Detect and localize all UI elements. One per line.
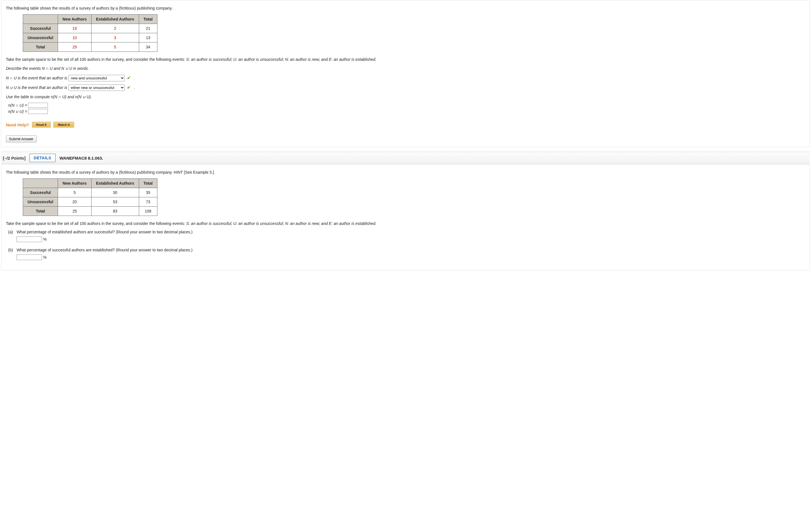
table-header-blank [23,179,58,188]
sample-space-text: Take the sample space to be the set of a… [6,220,805,226]
cell: 21 [139,24,157,33]
eq-row-1: n(N ∩ U) = [8,103,805,108]
check-icon: ✔ [127,85,131,90]
table-header: Established Authors [91,179,139,188]
table-row: New Authors Established Authors Total [23,179,157,188]
eq-row-2: n(N ∪ U) = [8,109,805,114]
cell: 20 [58,197,92,207]
input-part-a[interactable] [17,236,42,242]
cell: 108 [139,207,157,216]
input-n-union-u[interactable] [28,109,48,114]
table-header: Total [139,15,157,24]
row-header: Total [23,207,58,216]
points-label: [–/2 Points] [1,156,26,160]
sample-space-text: Take the sample space to be the set of a… [6,56,805,62]
select-n-int-u[interactable]: new and unsuccessful [68,75,125,81]
event-u: U: an author is unsuccessful; [233,57,285,62]
details-button[interactable]: DETAILS [30,154,56,162]
table-header: New Authors [58,15,92,24]
answer-line-b: % [17,254,805,260]
event-e: E: an author is established. [329,57,377,62]
cell: 29 [58,43,92,52]
cell: 5 [58,188,92,197]
part-a-text: What percentage of established authors a… [17,230,193,234]
eq-label: n(N ∩ U) = [8,103,27,108]
cell: 10 [58,33,92,43]
text: N ∪ U is the event that an author is [6,85,68,90]
row-header: Unsuccessful [23,33,58,43]
cell: 5 [91,43,139,52]
row-header: Successful [23,24,58,33]
cell: 34 [139,43,157,52]
answer-line-a: % [17,236,805,242]
text: N ∩ U is the event that an author is [6,76,68,80]
q2-data-table: New Authors Established Authors Total Su… [23,178,157,216]
event-s: S: an author is successful; [186,221,233,226]
question-2: The following table shows the results of… [1,164,810,270]
row-header: Unsuccessful [23,197,58,207]
event-e: E: an author is established. [329,221,377,226]
describe-prompt: Describe the events N ∩ U and N ∪ U in w… [6,65,805,72]
question-2-header: [–/2 Points] DETAILS WANEFMAC8 8.1.063. [1,152,810,164]
answer-line-1: N ∩ U is the event that an author is new… [6,75,805,81]
need-help-label: Need Help? [6,123,29,127]
table-header: Established Authors [91,15,139,24]
question-reference: WANEFMAC8 8.1.063. [59,156,103,160]
row-header: Successful [23,188,58,197]
text: Take the sample space to be the set of a… [6,221,186,226]
part-b-label: (b) [8,248,15,252]
select-n-union-u[interactable]: either new or unsuccessful [68,84,125,91]
percent-label: % [43,237,46,241]
cell: 35 [139,188,157,197]
event-n: N: an author is new; and [285,221,329,226]
eq-label: n(N ∪ U) = [8,109,27,114]
table-row: Successful 5 30 35 [23,188,157,197]
compute-prompt: Use the table to compute n(N ∩ U) and n(… [6,94,805,100]
dot-icon: . [134,76,135,80]
table-row: Total 29 5 34 [23,43,157,52]
part-a: (a) What percentage of established autho… [8,230,805,242]
event-s: S: an author is successful; [186,57,233,62]
table-row: Unsuccessful 20 53 73 [23,197,157,207]
cell: 3 [91,33,139,43]
percent-label: % [43,255,46,259]
part-b-text: What percentage of successful authors ar… [17,248,193,252]
cell: 2 [91,24,139,33]
answer-line-2: N ∪ U is the event that an author is eit… [6,84,805,91]
q2-intro: The following table shows the results of… [6,170,805,174]
row-header: Total [23,43,58,52]
table-row: Total 25 83 108 [23,207,157,216]
check-icon: ✔ [127,75,131,80]
read-it-button[interactable]: Read It [32,122,51,127]
table-header-blank [23,15,58,24]
q1-intro: The following table shows the results of… [6,6,805,11]
event-u: U: an author is unsuccessful; [233,221,285,226]
cell: 30 [91,188,139,197]
submit-answer-button[interactable]: Submit Answer [6,136,36,142]
input-part-b[interactable] [17,254,42,260]
cell: 73 [139,197,157,207]
text: Describe the events N ∩ U and N ∪ U in w… [6,66,89,71]
need-help-bar: Need Help? Read It Watch It [6,122,805,127]
cell: 13 [139,33,157,43]
q1-data-table: New Authors Established Authors Total Su… [23,14,157,52]
cell: 19 [58,24,92,33]
input-n-int-u[interactable] [28,103,48,108]
table-header: New Authors [58,179,92,188]
question-1: The following table shows the results of… [1,0,810,147]
part-b: (b) What percentage of successful author… [8,248,805,260]
watch-it-button[interactable]: Watch It [53,122,74,127]
cell: 53 [91,197,139,207]
event-n: N: an author is new; and [285,57,329,62]
table-row: New Authors Established Authors Total [23,15,157,24]
dot-icon: . [134,85,135,90]
cell: 25 [58,207,92,216]
cell: 83 [91,207,139,216]
table-header: Total [139,179,157,188]
table-row: Successful 19 2 21 [23,24,157,33]
part-a-label: (a) [8,230,15,234]
table-row: Unsuccessful 10 3 13 [23,33,157,43]
text: Take the sample space to be the set of a… [6,57,186,62]
